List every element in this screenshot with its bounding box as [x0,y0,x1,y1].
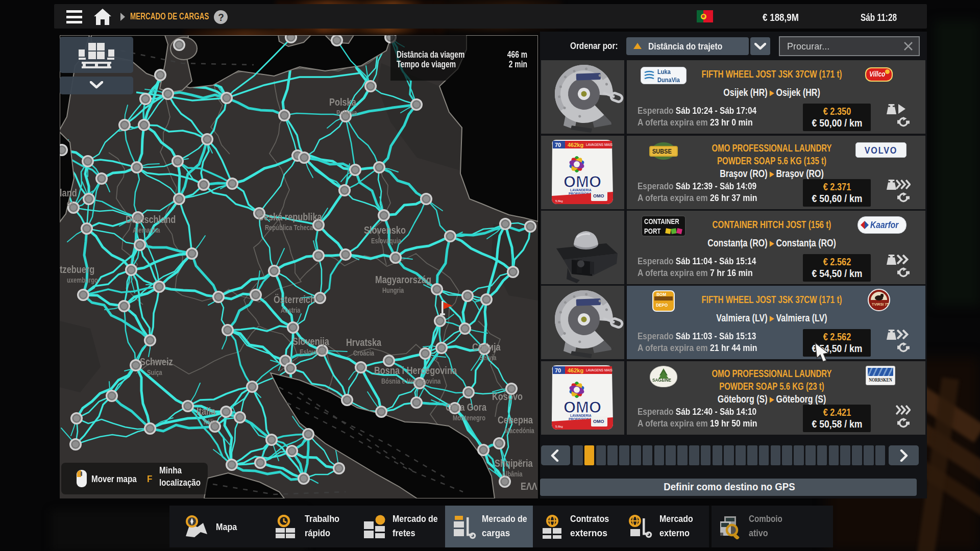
svg-text:land: land [60,187,77,198]
svg-text:LAVANDERIA: LAVANDERIA [570,188,592,192]
svg-text:Áustria: Áustria [281,306,301,315]
svg-text:Österreich: Österreich [274,293,315,305]
svg-text:LAVAGENS MAIS: LAVAGENS MAIS [586,368,612,372]
svg-text:5,6kg: 5,6kg [555,425,563,428]
svg-text:Bósnia e Herzegovina: Bósnia e Herzegovina [381,378,441,385]
svg-text:LAVAGENS MAIS: LAVAGENS MAIS [586,143,612,146]
svg-text:Shqipëria: Shqipëria [495,457,533,469]
svg-text:Sérvia: Sérvia [479,354,497,362]
svg-text:Polônia: Polônia [336,109,357,117]
svg-text:OMO: OMO [593,193,604,198]
svg-text:Česká republika: Česká republika [258,211,322,222]
svg-text:Italia: Italia [197,405,216,417]
svg-text:Albânia: Albânia [502,470,523,478]
svg-text:Schweiz: Schweiz [140,356,173,367]
svg-text:Alemanha: Alemanha [133,227,160,234]
svg-text:da: da [67,200,74,208]
svg-text:70: 70 [555,142,561,148]
svg-text:70: 70 [555,367,561,373]
svg-text:Slovensko: Slovensko [364,224,406,236]
svg-text:Slovenija: Slovenija [292,335,329,347]
svg-text:462kg: 462kg [568,367,583,373]
svg-text:ΕΛΛ: ΕΛΛ [521,480,537,492]
svg-text:Bosna i Hercegovina: Bosna i Hercegovina [374,364,457,376]
svg-text:Србија: Србија [472,341,501,353]
svg-text:Kosovo: Kosovo [492,390,523,402]
svg-text:Hrvatska: Hrvatska [346,336,382,348]
svg-text:Montenegro: Montenegro [453,414,485,422]
svg-text:OMO: OMO [593,419,604,424]
svg-text:Deutschland: Deutschland [126,213,176,225]
svg-text:Croácia: Croácia [353,349,375,357]
svg-text:tzebuerg: tzebuerg [60,263,94,275]
svg-text:Crna Gora: Crna Gora [446,401,487,413]
svg-text:5,6kg: 5,6kg [555,199,563,203]
svg-text:República Tcheca: República Tcheca [265,224,313,232]
svg-text:Macedónia: Macedónia [505,427,535,435]
svg-text:Magyarország: Magyarország [375,273,431,285]
svg-text:LAVANDERIA: LAVANDERIA [570,414,592,417]
svg-text:Северна: Северна [498,414,533,425]
svg-text:Itália: Itália [204,418,217,426]
svg-text:uxemburgo: uxemburgo [67,277,98,284]
svg-text:Hungria: Hungria [382,287,404,294]
svg-text:462kg: 462kg [568,142,583,148]
svg-text:Suíça: Suíça [147,369,163,377]
svg-text:Polska: Polska [329,96,356,108]
svg-text:Eslovênia: Eslovênia [300,348,327,356]
svg-text:Eslováquia: Eslováquia [371,237,402,245]
